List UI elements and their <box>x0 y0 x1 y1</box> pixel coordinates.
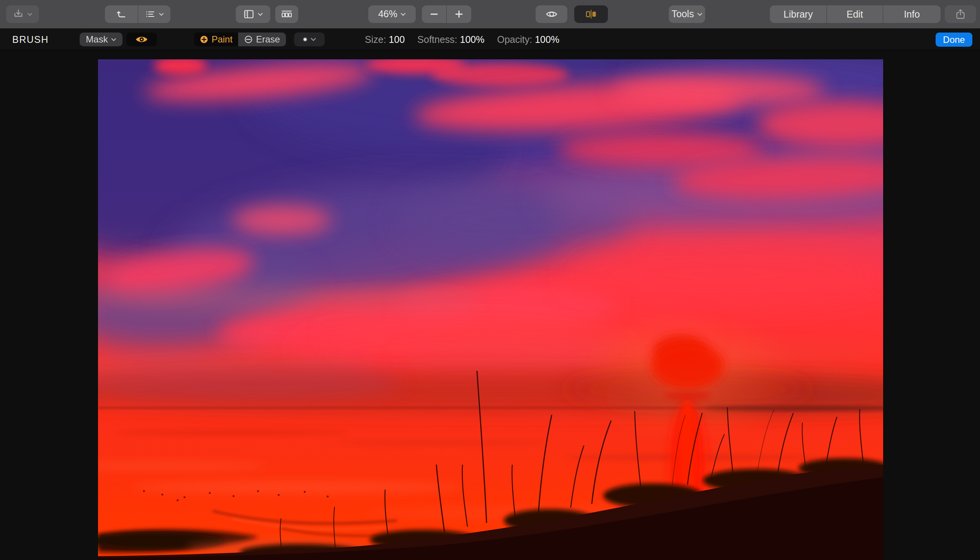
list-icon <box>145 9 156 20</box>
show-original-eye-icon <box>545 8 558 20</box>
tools-menu-button[interactable]: Tools <box>669 5 705 23</box>
paint-label: Paint <box>212 34 233 45</box>
zoom-level-value: 46% <box>378 9 397 19</box>
compare-split-icon <box>585 8 597 20</box>
chevron-down-icon <box>697 13 702 16</box>
zoom-buttons-group <box>422 5 471 23</box>
tools-label: Tools <box>672 9 694 19</box>
brush-tip-icon <box>303 37 307 42</box>
mask-visibility-eye-icon <box>135 35 148 44</box>
filmstrip-icon <box>281 8 293 20</box>
undo-button[interactable] <box>105 5 138 23</box>
share-button[interactable] <box>945 5 976 23</box>
zoom-out-button[interactable] <box>422 5 447 23</box>
sidebar-toggle-button[interactable] <box>236 5 270 23</box>
mask-target-dropdown[interactable]: Mask <box>80 33 122 46</box>
erase-label: Erase <box>256 34 280 45</box>
history-list-button[interactable] <box>138 5 170 23</box>
chevron-down-icon <box>310 38 316 41</box>
editor-canvas <box>0 50 980 560</box>
chevron-down-icon <box>258 13 263 16</box>
erase-mode-button[interactable]: Erase <box>238 33 286 46</box>
masked-photo <box>98 59 883 560</box>
view-switcher: Library Edit Info <box>770 5 940 23</box>
sidebar-toggle-icon <box>243 8 255 20</box>
zoom-in-button[interactable] <box>447 5 471 23</box>
softness-label: Softness: <box>417 34 457 45</box>
size-label: Size: <box>365 34 386 45</box>
app-window: 46% Tools <box>0 0 980 560</box>
main-toolbar: 46% Tools <box>0 0 980 29</box>
tab-library[interactable]: Library <box>770 5 827 23</box>
erase-minus-icon <box>244 35 253 43</box>
export-button[interactable] <box>6 5 39 23</box>
brush-parameters: Size: 100 Softness: 100% Opacity: 100% <box>365 29 559 50</box>
undo-icon <box>116 9 127 20</box>
tab-info[interactable]: Info <box>883 5 940 23</box>
softness-value[interactable]: 100% <box>460 34 485 45</box>
tab-edit-label: Edit <box>847 9 863 20</box>
done-button[interactable]: Done <box>936 33 972 47</box>
zoom-level-dropdown[interactable]: 46% <box>368 5 416 23</box>
show-original-button[interactable] <box>535 5 567 23</box>
paint-plus-icon <box>200 35 208 43</box>
mask-target-label: Mask <box>86 34 108 45</box>
paint-mode-button[interactable]: Paint <box>194 33 238 46</box>
filmstrip-toggle-button[interactable] <box>275 5 298 23</box>
size-value[interactable]: 100 <box>389 34 405 45</box>
mask-visibility-toggle[interactable] <box>126 33 157 46</box>
opacity-value[interactable]: 100% <box>535 34 559 45</box>
opacity-label: Opacity: <box>497 34 532 45</box>
chevron-down-icon <box>111 38 117 41</box>
zoom-out-icon <box>429 9 439 19</box>
tab-library-label: Library <box>783 9 813 20</box>
photo-canvas[interactable] <box>98 59 883 560</box>
chevron-down-icon <box>400 13 406 16</box>
undo-list-group <box>105 5 170 23</box>
tab-info-label: Info <box>904 9 920 20</box>
zoom-in-icon <box>454 9 464 19</box>
chevron-down-icon <box>27 13 33 16</box>
paint-erase-switch: Paint Erase <box>194 33 286 46</box>
compare-before-after-button[interactable] <box>574 5 608 23</box>
share-icon <box>955 8 966 20</box>
chevron-down-icon <box>159 13 164 16</box>
brush-options-bar: BRUSH Mask Paint <box>0 29 980 50</box>
export-icon <box>13 8 24 20</box>
brush-tip-dropdown[interactable] <box>294 33 325 46</box>
tab-edit[interactable]: Edit <box>827 5 883 23</box>
tool-title: BRUSH <box>12 29 48 50</box>
